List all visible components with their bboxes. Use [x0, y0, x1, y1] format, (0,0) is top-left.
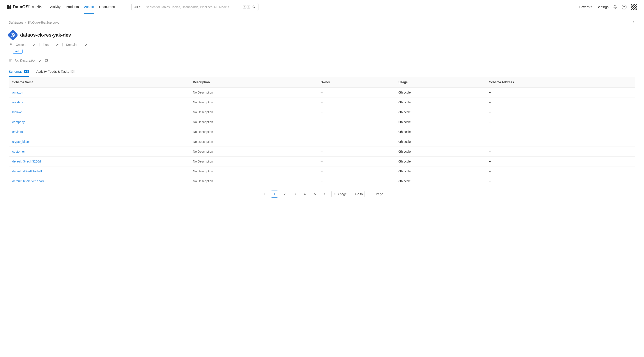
- row-address: --: [486, 107, 635, 117]
- nav-products[interactable]: Products: [66, 0, 79, 14]
- schema-name-link[interactable]: default_65b07201aea8: [12, 180, 44, 183]
- svg-point-0: [253, 6, 255, 8]
- row-usage: 0th pctile: [395, 147, 486, 156]
- schema-name-link[interactable]: biglake: [12, 110, 22, 114]
- row-usage: 0th pctile: [395, 137, 486, 147]
- edit-domain-icon[interactable]: [84, 43, 88, 46]
- row-description: No Description: [190, 88, 317, 98]
- global-search: All ⌘ K: [132, 3, 258, 11]
- search-scope-label: All: [134, 5, 138, 9]
- chevron-down-icon: [590, 6, 592, 8]
- add-tag-button[interactable]: Add: [13, 49, 22, 54]
- row-usage: 0th pctile: [395, 88, 486, 98]
- table-row: default_4f2ed21adedfNo Description--0th …: [9, 166, 635, 176]
- row-address: --: [486, 127, 635, 137]
- pagination-prev[interactable]: [261, 190, 268, 198]
- pagination-page[interactable]: 1: [271, 190, 278, 198]
- search-icon[interactable]: [252, 5, 256, 9]
- table-row: biglakeNo Description--0th pctile--: [9, 107, 635, 117]
- edit-owner-icon[interactable]: [33, 43, 36, 46]
- row-owner: --: [317, 147, 395, 156]
- search-kbd-hint: ⌘ K: [243, 5, 250, 8]
- schema-name-link[interactable]: default_4f2ed21adedf: [12, 170, 42, 173]
- row-address: --: [486, 147, 635, 156]
- page-title: dataos-ck-res-yak-dev: [20, 32, 71, 38]
- pagination-next[interactable]: [321, 190, 328, 198]
- settings-link[interactable]: Settings: [597, 5, 608, 9]
- chevron-down-icon: [139, 6, 140, 8]
- app-logo[interactable]: DataOS® metis: [7, 4, 42, 10]
- breadcrumb-current[interactable]: BigQueryTestSourcenp: [28, 21, 59, 24]
- pagination-page[interactable]: 2: [281, 190, 288, 198]
- help-icon[interactable]: ?: [622, 4, 626, 10]
- row-description: No Description: [190, 127, 317, 137]
- table-row: crypto_bitcoinNo Description--0th pctile…: [9, 137, 635, 147]
- tab-activity[interactable]: Activity Feeds & Tasks 0: [36, 70, 74, 77]
- row-owner: --: [317, 98, 395, 107]
- row-description: No Description: [190, 166, 317, 176]
- edit-description-icon[interactable]: [39, 59, 42, 62]
- row-owner: --: [317, 156, 395, 166]
- schema-name-link[interactable]: company: [12, 120, 25, 124]
- row-owner: --: [317, 127, 395, 137]
- schema-name-link[interactable]: aocdata: [12, 100, 23, 104]
- row-usage: 0th pctile: [395, 98, 486, 107]
- svg-point-2: [10, 44, 12, 45]
- row-address: --: [486, 176, 635, 186]
- row-address: --: [486, 137, 635, 147]
- tab-activity-count: 0: [70, 70, 75, 73]
- nav-assets[interactable]: Assets: [84, 0, 94, 14]
- user-avatar[interactable]: [631, 4, 637, 10]
- row-owner: --: [317, 176, 395, 186]
- tab-schemas-count: 49: [24, 70, 29, 73]
- govern-dropdown[interactable]: Govern: [579, 5, 592, 9]
- row-usage: 0th pctile: [395, 166, 486, 176]
- schemas-table: Schema Name Description Owner Usage Sche…: [9, 77, 635, 186]
- row-address: --: [486, 156, 635, 166]
- chevron-down-icon: [348, 194, 350, 195]
- search-input[interactable]: [143, 5, 243, 9]
- row-owner: --: [317, 137, 395, 147]
- brand-reg: ®: [28, 4, 30, 7]
- table-row: aocdataNo Description--0th pctile--: [9, 98, 635, 107]
- logo-mark-icon: [7, 5, 12, 9]
- bell-icon[interactable]: [613, 5, 617, 9]
- pagination-page[interactable]: 3: [291, 190, 298, 198]
- search-scope-dropdown[interactable]: All: [132, 3, 143, 11]
- more-menu-icon[interactable]: ⋯: [631, 21, 636, 24]
- nav-resources[interactable]: Resources: [99, 0, 115, 14]
- tier-value: -: [52, 43, 53, 46]
- breadcrumb: Databases / BigQueryTestSourcenp: [9, 21, 59, 24]
- schema-name-link[interactable]: default_34acfff3260d: [12, 160, 41, 163]
- tab-schemas[interactable]: Schemas 49: [9, 70, 29, 77]
- goto-page-input[interactable]: [364, 191, 374, 197]
- page-size-select[interactable]: 10 / page: [332, 191, 352, 197]
- request-description-icon[interactable]: [45, 59, 48, 62]
- row-description: No Description: [190, 98, 317, 107]
- schema-name-link[interactable]: customer: [12, 150, 25, 153]
- breadcrumb-root[interactable]: Databases: [9, 21, 24, 24]
- schema-name-link[interactable]: covid19: [12, 130, 23, 134]
- col-schema-address: Schema Address: [486, 77, 635, 88]
- edit-tier-icon[interactable]: [56, 43, 59, 46]
- pagination-page[interactable]: 4: [301, 190, 308, 198]
- breadcrumb-sep: /: [25, 21, 26, 24]
- row-usage: 0th pctile: [395, 107, 486, 117]
- owner-value: -: [29, 43, 30, 46]
- row-owner: --: [317, 107, 395, 117]
- schema-name-link[interactable]: amazon: [12, 91, 23, 94]
- schema-name-link[interactable]: crypto_bitcoin: [12, 140, 31, 144]
- row-description: No Description: [190, 117, 317, 127]
- pagination-page[interactable]: 5: [311, 190, 318, 198]
- col-owner: Owner: [317, 77, 395, 88]
- row-owner: --: [317, 117, 395, 127]
- description-lines-icon: [9, 59, 12, 62]
- row-description: No Description: [190, 156, 317, 166]
- row-address: --: [486, 98, 635, 107]
- nav-activity[interactable]: Activity: [50, 0, 61, 14]
- row-owner: --: [317, 166, 395, 176]
- table-row: default_65b07201aea8No Description--0th …: [9, 176, 635, 186]
- svg-rect-6: [45, 60, 47, 62]
- table-row: covid19No Description--0th pctile--: [9, 127, 635, 137]
- description-placeholder: No Description: [15, 58, 36, 62]
